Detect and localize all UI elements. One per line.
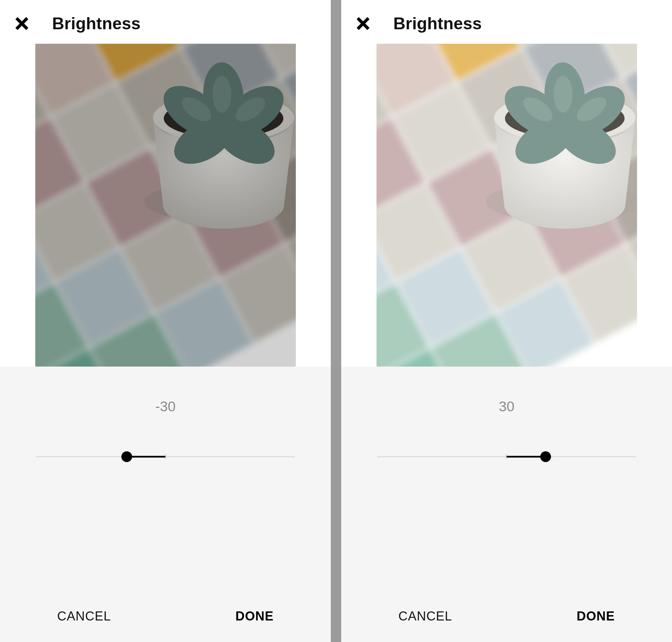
- brightness-slider[interactable]: [377, 450, 636, 463]
- svg-point-107: [554, 76, 572, 113]
- brightness-slider[interactable]: [36, 450, 295, 463]
- editor-screen-right: Brightness: [341, 0, 672, 642]
- header: Brightness: [341, 0, 672, 44]
- preview-area: [0, 44, 331, 367]
- controls-area: 30: [341, 367, 672, 642]
- slider-thumb[interactable]: [121, 451, 132, 462]
- preview-image: [376, 44, 637, 367]
- preview-image: [35, 44, 296, 367]
- slider-value-label: -30: [155, 399, 176, 415]
- close-icon: [14, 15, 30, 31]
- done-button[interactable]: DONE: [235, 609, 274, 624]
- slider-fill: [127, 456, 166, 458]
- slider-thumb[interactable]: [540, 451, 551, 462]
- editor-screen-left: Brightness: [0, 0, 331, 642]
- done-button[interactable]: DONE: [577, 609, 615, 624]
- header: Brightness: [0, 0, 331, 44]
- slider-value-label: 30: [499, 399, 515, 415]
- cancel-button[interactable]: CANCEL: [57, 609, 111, 624]
- svg-point-52: [212, 76, 231, 113]
- close-button[interactable]: [353, 13, 373, 34]
- controls-area: -30: [0, 367, 331, 642]
- cancel-button[interactable]: CANCEL: [398, 609, 452, 624]
- close-button[interactable]: [12, 13, 32, 34]
- footer: CANCEL DONE: [0, 609, 331, 642]
- page-title: Brightness: [393, 14, 482, 33]
- slider-fill: [507, 456, 546, 458]
- close-icon: [355, 15, 371, 31]
- preview-area: [341, 44, 672, 367]
- footer: CANCEL DONE: [341, 609, 672, 642]
- screen-divider: [331, 0, 341, 642]
- page-title: Brightness: [52, 14, 141, 33]
